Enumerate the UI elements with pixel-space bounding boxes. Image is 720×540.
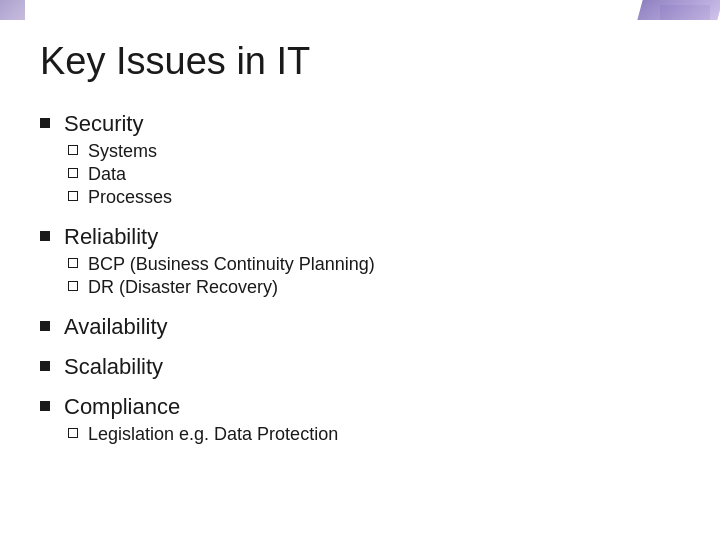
list-item-systems: Systems [68,141,680,162]
processes-label: Processes [88,187,172,208]
list-item-availability: Availability [40,314,680,340]
bullet-square-security [40,118,50,128]
scalability-label: Scalability [64,354,680,380]
main-list: Security Systems Data Processes [40,111,680,447]
reliability-sub-list: BCP (Business Continuity Planning) DR (D… [64,254,680,298]
list-item-scalability: Scalability [40,354,680,380]
scalability-content: Scalability [64,354,680,380]
list-item-dr: DR (Disaster Recovery) [68,277,680,298]
list-item-data: Data [68,164,680,185]
dr-label: DR (Disaster Recovery) [88,277,278,298]
sub-bullet-bcp [68,258,78,268]
slide-title: Key Issues in IT [40,40,680,83]
compliance-content: Compliance Legislation e.g. Data Protect… [64,394,680,447]
reliability-content: Reliability BCP (Business Continuity Pla… [64,224,680,300]
data-label: Data [88,164,126,185]
bullet-square-reliability [40,231,50,241]
corner-decoration [600,0,720,30]
compliance-sub-list: Legislation e.g. Data Protection [64,424,680,445]
systems-label: Systems [88,141,157,162]
bullet-square-scalability [40,361,50,371]
sub-bullet-data [68,168,78,178]
list-item-compliance: Compliance Legislation e.g. Data Protect… [40,394,680,447]
list-item-processes: Processes [68,187,680,208]
left-decoration [0,0,30,30]
sub-bullet-systems [68,145,78,155]
security-sub-list: Systems Data Processes [64,141,680,208]
sub-bullet-processes [68,191,78,201]
availability-content: Availability [64,314,680,340]
list-item-bcp: BCP (Business Continuity Planning) [68,254,680,275]
sub-bullet-legislation [68,428,78,438]
legislation-label: Legislation e.g. Data Protection [88,424,338,445]
bcp-label: BCP (Business Continuity Planning) [88,254,375,275]
compliance-label: Compliance [64,394,680,420]
list-item-security: Security Systems Data Processes [40,111,680,210]
availability-label: Availability [64,314,680,340]
security-content: Security Systems Data Processes [64,111,680,210]
bullet-square-compliance [40,401,50,411]
list-item-reliability: Reliability BCP (Business Continuity Pla… [40,224,680,300]
slide-content: Key Issues in IT Security Systems Data [40,40,680,520]
security-label: Security [64,111,680,137]
sub-bullet-dr [68,281,78,291]
reliability-label: Reliability [64,224,680,250]
list-item-legislation: Legislation e.g. Data Protection [68,424,680,445]
bullet-square-availability [40,321,50,331]
